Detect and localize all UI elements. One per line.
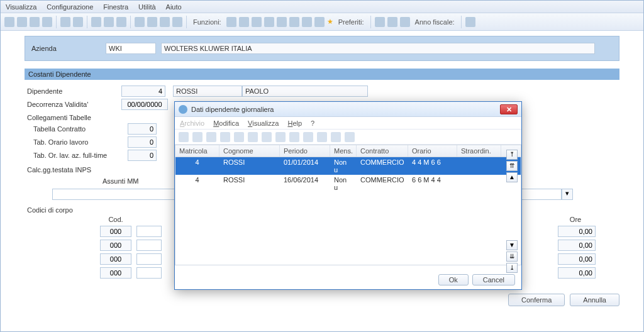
mtool-6-icon[interactable] — [248, 132, 258, 142]
cut-icon[interactable] — [30, 17, 40, 27]
dipendente-num-input[interactable] — [121, 86, 165, 97]
calc-icon[interactable] — [289, 17, 299, 27]
table-row[interactable]: 4 ROSSI 01/01/2014 Non u COMMERCIO 4 4 M… — [175, 157, 521, 175]
tab-fulltime-input[interactable] — [128, 150, 157, 161]
ore-heading: Ore — [557, 216, 594, 223]
ore-input-3[interactable] — [558, 253, 596, 265]
col-orario[interactable]: Orario — [408, 145, 457, 157]
nav-down-icon[interactable]: ▼ — [506, 240, 518, 250]
cancel-button[interactable]: Cancel — [472, 274, 515, 285]
tabella-contratto-input[interactable] — [128, 123, 157, 135]
tab-orario-input[interactable] — [128, 136, 157, 148]
save-icon[interactable] — [17, 17, 27, 27]
config-icon[interactable] — [331, 132, 341, 142]
menu-configurazione[interactable]: Configurazione — [47, 3, 93, 11]
fn4-icon[interactable] — [264, 17, 274, 27]
ore-input-4[interactable] — [558, 267, 596, 279]
book-icon[interactable] — [172, 17, 182, 27]
table-row[interactable]: 4 ROSSI 16/06/2014 Non u COMMERCIO 6 6 M… — [175, 175, 521, 192]
assunti-dropdown[interactable]: ▾ — [562, 189, 573, 200]
desc-input-3[interactable] — [136, 253, 162, 265]
dipendente-label: Dipendente — [27, 87, 121, 95]
binocular-icon[interactable] — [289, 132, 299, 142]
menu-visualizza[interactable]: Visualizza — [6, 3, 36, 11]
col-periodo[interactable]: Periodo — [280, 145, 330, 157]
stack-icon[interactable] — [160, 17, 170, 27]
data-grid: Matricola Cognome Periodo Mens. Contratt… — [175, 145, 521, 265]
modal-menu-visualizza[interactable]: Visualizza — [248, 119, 279, 127]
azienda-label: Azienda — [31, 45, 101, 52]
col-mens[interactable]: Mens. — [330, 145, 357, 157]
palette-icon[interactable] — [387, 17, 397, 27]
doc-icon[interactable] — [147, 17, 157, 27]
separator-icon — [370, 16, 371, 28]
modal-menu-q[interactable]: ? — [311, 119, 314, 127]
toolbar-funzioni-label: Funzioni: — [193, 18, 221, 26]
folder-icon[interactable] — [135, 17, 145, 27]
excel-icon[interactable] — [314, 17, 325, 27]
cod-input-1[interactable] — [100, 226, 131, 237]
ore-input-2[interactable] — [558, 240, 596, 251]
db-icon[interactable] — [91, 17, 101, 27]
menu-aiuto[interactable]: Aiuto — [166, 3, 182, 11]
print-icon[interactable] — [42, 17, 52, 27]
dialog-title: Dati dipendente giornaliera — [191, 106, 274, 113]
sort-icon[interactable] — [303, 132, 313, 142]
annulla-button[interactable]: Annulla — [570, 294, 619, 306]
nav-pgdn-icon[interactable]: ⇊ — [506, 252, 518, 262]
sheet-icon[interactable] — [116, 17, 126, 27]
mtool-2-icon[interactable] — [192, 132, 203, 142]
nav-last-icon[interactable]: ⤓ — [506, 263, 518, 273]
col-contratto[interactable]: Contratto — [357, 145, 408, 157]
modal-menu-modifica[interactable]: Modifica — [213, 119, 239, 127]
copy-icon[interactable] — [104, 17, 114, 27]
mail-icon[interactable] — [277, 17, 287, 27]
col-matricola[interactable]: Matricola — [175, 145, 219, 157]
col-cognome[interactable]: Cognome — [219, 145, 280, 157]
ore-input-1[interactable] — [558, 226, 596, 237]
modal-menu-archivio: Archivio — [180, 119, 204, 127]
azienda-code-input[interactable] — [106, 43, 156, 54]
info-icon[interactable] — [465, 17, 475, 27]
cell-mat: 4 — [175, 175, 219, 192]
mtool-5-icon[interactable] — [234, 132, 244, 142]
decorrenza-input[interactable] — [121, 99, 168, 110]
ruler-icon[interactable] — [317, 132, 327, 142]
decorrenza-label: Decorrenza Validita' — [27, 101, 121, 108]
cod-input-4[interactable] — [100, 267, 131, 279]
fn1-icon[interactable] — [226, 17, 236, 27]
help-icon[interactable] — [60, 17, 70, 27]
dipendente-surname — [173, 86, 242, 97]
exit-icon[interactable] — [4, 17, 14, 27]
fn3-icon[interactable] — [252, 17, 262, 27]
font-icon[interactable] — [375, 17, 385, 27]
calcgg-header: Calc.gg.testata INPS — [27, 166, 121, 174]
word-icon[interactable] — [302, 17, 312, 27]
calendar-icon[interactable] — [400, 17, 410, 27]
nav-up-icon[interactable]: ▲ — [506, 172, 518, 182]
mtool-3-icon[interactable] — [206, 132, 216, 142]
ok-button[interactable]: Ok — [438, 274, 469, 285]
filter-icon[interactable] — [345, 132, 355, 142]
col-straordin[interactable]: Straordin. — [457, 145, 501, 157]
mtool-7-icon[interactable] — [262, 132, 272, 142]
modal-menu-help[interactable]: Help — [287, 119, 302, 127]
nav-first-icon[interactable]: ⤒ — [506, 150, 518, 160]
refresh-icon[interactable] — [73, 17, 83, 27]
menu-finestra[interactable]: Finestra — [103, 3, 128, 11]
codici-header: Codici di corpo — [27, 206, 121, 214]
star-icon[interactable]: ★ — [327, 18, 333, 26]
conferma-button[interactable]: Conferma — [508, 294, 565, 306]
mtool-1-icon[interactable] — [179, 132, 189, 142]
mtool-4-icon[interactable] — [220, 132, 230, 142]
nav-pgup-icon[interactable]: ⇈ — [506, 161, 518, 171]
desc-input-4[interactable] — [136, 267, 162, 279]
cod-input-3[interactable] — [100, 253, 131, 265]
desc-input-1[interactable] — [136, 226, 162, 237]
fn2-icon[interactable] — [239, 17, 249, 27]
close-icon[interactable]: ✕ — [500, 104, 518, 114]
menu-utilita[interactable]: Utilità — [138, 3, 156, 11]
desc-input-2[interactable] — [136, 240, 162, 251]
cod-input-2[interactable] — [100, 240, 131, 251]
mtool-8-icon[interactable] — [275, 132, 286, 142]
